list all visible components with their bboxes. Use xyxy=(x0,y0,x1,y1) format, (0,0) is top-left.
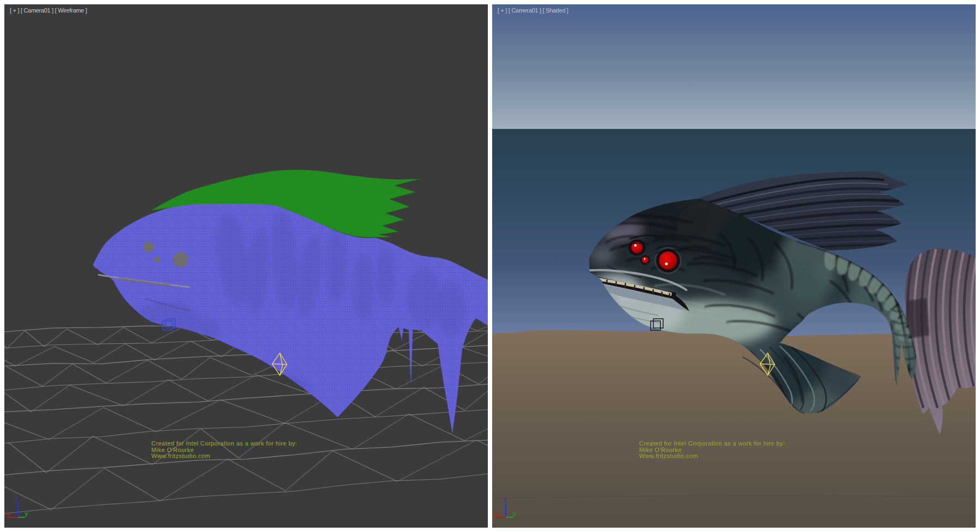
svg-text:z: z xyxy=(504,497,506,503)
svg-text:y: y xyxy=(513,511,516,517)
svg-text:[ + ] [ Camera01 ] [ Shaded ]: [ + ] [ Camera01 ] [ Shaded ] xyxy=(498,7,568,14)
svg-text:Www.fritzstudio.com: Www.fritzstudio.com xyxy=(639,453,698,459)
svg-text:y: y xyxy=(25,511,28,517)
svg-text:Www.fritzstudio.com: Www.fritzstudio.com xyxy=(151,453,210,459)
svg-text:x: x xyxy=(494,511,498,517)
svg-text:[ + ] [ Camera01 ] [ Wireframe: [ + ] [ Camera01 ] [ Wireframe ] xyxy=(10,7,87,14)
svg-text:x: x xyxy=(7,511,10,517)
svg-text:Created for Intel Corporation: Created for Intel Corporation as a work … xyxy=(639,440,785,447)
svg-text:Created for Intel Corporation: Created for Intel Corporation as a work … xyxy=(151,440,297,447)
svg-text:z: z xyxy=(16,497,19,503)
